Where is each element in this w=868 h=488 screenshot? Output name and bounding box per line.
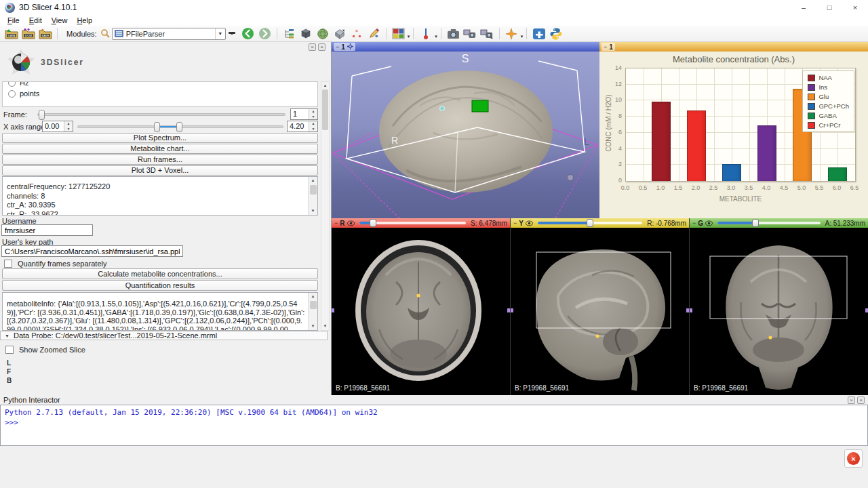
red-fiducial-marker[interactable]: [416, 293, 420, 297]
info-scrollbar[interactable]: ▲ ▼: [308, 177, 317, 215]
crosshair-icon[interactable]: [503, 26, 520, 41]
xaxis-min-spinbox[interactable]: 0.00 ▲▼: [42, 121, 73, 132]
xaxis-max-down-icon[interactable]: ▼: [309, 127, 317, 132]
chart-pin-icon[interactable]: −: [604, 43, 607, 50]
quantify-checkbox[interactable]: [4, 260, 12, 268]
menu-edit[interactable]: Edit: [24, 16, 47, 25]
yellow-slice-header[interactable]: − Y R: -0.768mm: [511, 218, 689, 228]
module-hierarchy-icon[interactable]: [281, 26, 298, 41]
minimize-button[interactable]: –: [791, 0, 816, 15]
yellow-edge-marker-left[interactable]: [511, 308, 513, 312]
red-pin-icon[interactable]: −: [334, 220, 338, 226]
yellow-slider-handle[interactable]: [587, 219, 593, 227]
scene-view-restore-icon[interactable]: [479, 26, 496, 41]
python-console-icon[interactable]: [547, 26, 564, 41]
volume-module-icon[interactable]: [298, 26, 315, 41]
plot-3d-voxel-button[interactable]: Plot 3D + Voxel...: [2, 165, 318, 176]
green-slice-header[interactable]: − G A: 51.233mm: [690, 218, 868, 228]
segment-editor-icon[interactable]: [332, 26, 349, 41]
red-visibility-eye-icon[interactable]: [347, 220, 355, 226]
username-input[interactable]: [1, 224, 93, 236]
save-icon[interactable]: SAVE: [37, 26, 54, 41]
panel-scroll-up-icon[interactable]: ▲: [323, 82, 328, 89]
header-info-textbox[interactable]: centralFrequency: 1277125220 channels: 8…: [2, 176, 318, 216]
xaxis-max-spinbox[interactable]: 4.20 ▲▼: [287, 121, 318, 132]
xaxis-min-down-icon[interactable]: ▼: [64, 127, 73, 132]
threed-gear-icon[interactable]: [347, 43, 353, 51]
metabolite-scroll-up-icon[interactable]: ▲: [311, 293, 315, 300]
combo-arrow-icon[interactable]: ▾: [215, 28, 225, 39]
run-frames-button[interactable]: Run frames...: [2, 155, 318, 165]
frame-spin-down-icon[interactable]: ▼: [309, 115, 317, 120]
calculate-concentrations-button[interactable]: Calculate metabolite concentrations...: [2, 268, 318, 279]
red-slider-handle[interactable]: [370, 219, 376, 227]
yellow-edge-marker-right[interactable]: [686, 308, 689, 312]
mouse-mode-caret-icon[interactable]: ▾: [435, 34, 437, 41]
yellow-pin-icon[interactable]: −: [513, 220, 517, 226]
annotation-pen-icon[interactable]: [366, 26, 382, 41]
green-visibility-eye-icon[interactable]: [705, 220, 713, 226]
threed-pin-icon[interactable]: −: [336, 43, 339, 50]
voxel-marker[interactable]: [472, 100, 488, 112]
module-selector[interactable]: PFileParser ▾: [112, 28, 226, 40]
green-slice-canvas[interactable]: B: P19968_56691: [690, 228, 868, 395]
green-slice-slider[interactable]: [717, 222, 820, 224]
frame-slider[interactable]: [37, 113, 285, 116]
markups-icon[interactable]: [349, 26, 366, 41]
threed-render-canvas[interactable]: S R L: [332, 52, 599, 218]
chart-canvas[interactable]: Metabolite concentration (Abs.) NAAInsGl…: [599, 52, 868, 218]
green-slider-handle[interactable]: [752, 219, 759, 227]
module-search-icon[interactable]: [100, 26, 112, 41]
frame-spinbox[interactable]: 1 ▲▼: [290, 108, 318, 120]
frame-spin-up-icon[interactable]: ▲: [309, 109, 317, 115]
roi-handle[interactable]: [568, 175, 574, 181]
red-edge-marker-left[interactable]: [332, 308, 334, 312]
metabolite-chart-button[interactable]: Metabolite chart...: [2, 144, 318, 154]
panel-undock-icon[interactable]: ×: [309, 43, 316, 51]
yellow-fiducial-marker[interactable]: [595, 334, 599, 338]
yellow-slice-canvas[interactable]: B: P19968_56691: [511, 228, 689, 395]
yellow-visibility-eye-icon[interactable]: [526, 220, 533, 226]
panel-close-icon[interactable]: ×: [318, 43, 326, 51]
module-history-icon[interactable]: [226, 26, 239, 41]
red-slice-header[interactable]: − R S: 6.478mm: [332, 218, 510, 228]
threed-view-header[interactable]: − 1: [332, 42, 599, 52]
plot-spectrum-button[interactable]: Plot Spectrum...: [2, 133, 318, 143]
error-log-button[interactable]: ×: [844, 449, 863, 468]
xaxis-min-up-icon[interactable]: ▲: [64, 121, 73, 127]
red-slice-canvas[interactable]: B: P19968_56691: [332, 228, 510, 395]
metabolite-scroll-down-icon[interactable]: ▼: [311, 323, 315, 330]
module-panel-scrollbar[interactable]: ▲ ▼: [321, 81, 330, 331]
xaxis-range-handle-max[interactable]: [176, 122, 182, 132]
radio-points-circle[interactable]: [8, 90, 16, 98]
python-close-icon[interactable]: ×: [857, 396, 865, 404]
menu-file[interactable]: File: [3, 16, 24, 25]
close-button[interactable]: ×: [842, 0, 868, 15]
model-sphere-icon[interactable]: [315, 26, 332, 41]
python-console[interactable]: Python 2.7.13 (default, Jan 15 2019, 22:…: [0, 405, 868, 446]
green-edge-marker-left[interactable]: [690, 308, 692, 312]
green-pin-icon[interactable]: −: [692, 220, 696, 226]
forward-button[interactable]: [256, 26, 273, 41]
green-edge-marker-right[interactable]: [865, 308, 868, 312]
radio-points[interactable]: points: [3, 88, 317, 99]
menu-view[interactable]: View: [47, 16, 73, 25]
mouse-mode-icon[interactable]: [417, 26, 434, 41]
layout-selector-icon[interactable]: [390, 26, 407, 41]
extensions-manager-icon[interactable]: [530, 26, 547, 41]
screenshot-icon[interactable]: [445, 26, 462, 41]
metabolite-info-textbox[interactable]: metaboliteInfo: {'Ala':[(0.913,1.55,0.10…: [2, 292, 318, 331]
radio-hz-circle[interactable]: [8, 81, 16, 87]
load-data-icon[interactable]: DATA: [3, 26, 20, 41]
xaxis-range-slider[interactable]: [77, 125, 283, 128]
scene-view-capture-icon[interactable]: [462, 26, 479, 41]
xaxis-range-handle-min[interactable]: [154, 122, 160, 132]
panel-scroll-down-icon[interactable]: ▼: [323, 323, 328, 330]
frame-slider-handle[interactable]: [39, 110, 45, 120]
info-scroll-up-icon[interactable]: ▲: [311, 177, 315, 184]
layout-caret-icon[interactable]: ▾: [408, 34, 410, 41]
green-fiducial-marker[interactable]: [768, 336, 772, 339]
keypath-input[interactable]: [1, 245, 183, 257]
restore-button[interactable]: □: [816, 0, 842, 15]
python-undock-icon[interactable]: ×: [848, 396, 855, 404]
